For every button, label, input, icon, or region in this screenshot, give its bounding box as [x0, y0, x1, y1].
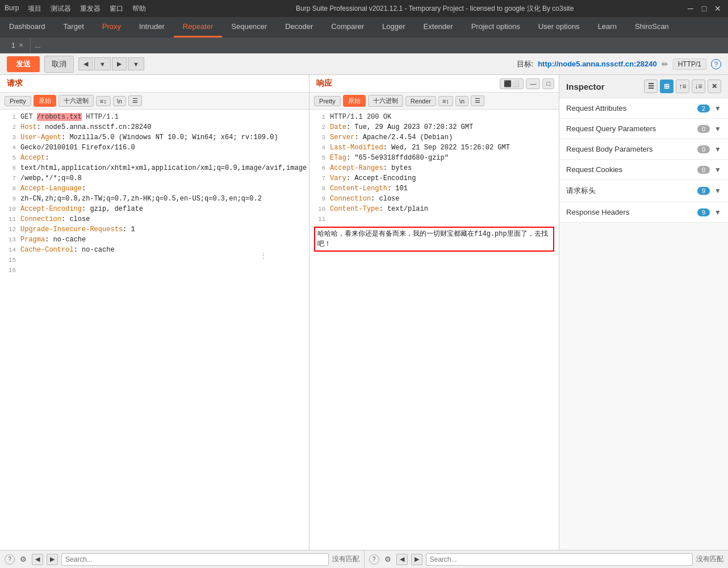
prev-button[interactable]: ◀: [78, 57, 93, 70]
response-raw-btn[interactable]: 原始: [343, 95, 366, 107]
forward-down-button[interactable]: ▼: [128, 57, 144, 70]
response-hex-btn[interactable]: 十六进制: [368, 95, 403, 107]
help-icon[interactable]: ?: [711, 59, 721, 69]
menu-help[interactable]: 帮助: [132, 4, 146, 14]
nav-repeater[interactable]: Repeater: [174, 17, 222, 37]
response-highlighted-line: 哈哈哈，看来你还是有备而来，我的一切财宝都藏在f14g.php里面了，去找吧！: [309, 224, 559, 254]
request-decode-btn[interactable]: ≡↕: [96, 96, 111, 106]
http-version-badge[interactable]: HTTP/1: [673, 59, 706, 70]
inspector-sort-asc-btn[interactable]: ↑≡: [676, 80, 689, 93]
response-menu-btn[interactable]: ☰: [471, 95, 484, 106]
inspector-row-count-2: 0: [697, 145, 710, 153]
layout-full-btn[interactable]: □: [542, 78, 554, 89]
inspector-sort-desc-btn[interactable]: ↓≡: [692, 80, 705, 93]
response-line-8: 8 Content-Length: 101: [309, 183, 559, 194]
request-search-input[interactable]: [61, 553, 329, 566]
inspector-row-arrow-4: ▼: [714, 187, 721, 195]
request-hex-btn[interactable]: 十六进制: [58, 95, 94, 107]
inspector-rows: Request Attributes2▼Request Query Parame…: [559, 98, 728, 223]
inspector-list-view-btn[interactable]: ☰: [644, 80, 658, 93]
response-decode-btn[interactable]: ≡↕: [438, 96, 453, 106]
nav-arrows: ◀ ▼ ▶ ▼: [78, 57, 144, 70]
response-render-btn[interactable]: Render: [405, 96, 436, 106]
request-raw-btn[interactable]: 原始: [34, 95, 56, 107]
response-line-5: 5 ETag: "65-5e9318ffdd680-gzip": [309, 153, 559, 163]
request-panel-toolbar: Pretty 原始 十六进制 ≡↕ \n ☰: [0, 93, 309, 110]
inspector-row-0[interactable]: Request Attributes2▼: [559, 98, 728, 119]
request-search-prev-btn[interactable]: ◀: [32, 554, 43, 565]
maximize-button[interactable]: □: [700, 4, 709, 13]
nav-logger[interactable]: Logger: [373, 17, 414, 37]
nav-proxy[interactable]: Proxy: [93, 17, 130, 37]
forward-button[interactable]: ▶: [112, 57, 127, 70]
nav-decoder[interactable]: Decoder: [276, 17, 322, 37]
inspector-row-3[interactable]: Request Cookies0▼: [559, 160, 728, 180]
response-line-7: 7 Vary: Accept-Encoding: [309, 173, 559, 183]
inspector-row-1[interactable]: Request Query Parameters0▼: [559, 119, 728, 139]
nav-learn[interactable]: Learn: [589, 17, 626, 37]
response-wrap-btn[interactable]: \n: [455, 96, 468, 106]
close-button[interactable]: ✕: [713, 4, 722, 13]
inspector-title: Inspector: [566, 82, 605, 91]
response-search-gear-icon[interactable]: ⚙: [383, 554, 393, 565]
response-search-input[interactable]: [426, 553, 693, 566]
layout-split-btn[interactable]: ⬛⬜: [500, 78, 524, 89]
nav-shiroscan[interactable]: ShiroScan: [626, 17, 678, 37]
inspector-row-label-4: 请求标头: [566, 186, 697, 196]
inspector-row-2[interactable]: Request Body Parameters0▼: [559, 139, 728, 160]
send-button[interactable]: 发送: [7, 56, 40, 72]
inspector-row-label-2: Request Body Parameters: [566, 145, 697, 153]
request-pretty-btn[interactable]: Pretty: [5, 96, 31, 106]
response-pretty-btn[interactable]: Pretty: [314, 96, 341, 106]
tabs-row: 1 ✕ ...: [0, 37, 728, 53]
menu-project[interactable]: 项目: [28, 4, 41, 14]
minimize-button[interactable]: ─: [686, 4, 695, 13]
nav-sequencer[interactable]: Sequencer: [222, 17, 276, 37]
inspector-row-label-5: Response Headers: [566, 208, 697, 216]
menu-burp[interactable]: Burp: [5, 4, 19, 14]
window-controls[interactable]: ─ □ ✕: [686, 4, 722, 13]
inspector-row-label-1: Request Query Parameters: [566, 124, 697, 133]
response-line-2: 2 Date: Tue, 29 Aug 2023 07:20:32 GMT: [309, 122, 559, 132]
inspector-close-btn[interactable]: ✕: [708, 80, 721, 93]
nav-extender[interactable]: Extender: [415, 17, 462, 37]
nav-comparer[interactable]: Comparer: [322, 17, 373, 37]
edit-target-icon[interactable]: ✏: [662, 60, 668, 69]
inspector-row-label-3: Request Cookies: [566, 165, 697, 174]
menu-bar[interactable]: Burp 项目 测试器 重发器 窗口 帮助: [5, 4, 146, 14]
cancel-button[interactable]: 取消: [44, 56, 74, 73]
response-search-help-icon[interactable]: ?: [369, 554, 379, 565]
nav-target[interactable]: Target: [55, 17, 93, 37]
nav-intruder[interactable]: Intruder: [130, 17, 174, 37]
tab-1[interactable]: 1 ✕: [5, 37, 31, 53]
titlebar: Burp 项目 测试器 重发器 窗口 帮助 Burp Suite Profess…: [0, 0, 728, 17]
response-search-next-btn[interactable]: ▶: [411, 554, 422, 565]
tab-more[interactable]: ...: [31, 40, 45, 51]
nav-project-options[interactable]: Project options: [462, 17, 529, 37]
inspector-panel: Inspector ☰ ⊞ ↑≡ ↓≡ ✕ Request Attributes…: [559, 75, 728, 550]
request-search-gear-icon[interactable]: ⚙: [18, 554, 28, 565]
menu-resender[interactable]: 重发器: [80, 4, 101, 14]
response-search-prev-btn[interactable]: ◀: [396, 554, 408, 565]
layout-top-btn[interactable]: —: [526, 78, 540, 89]
response-line-4: 4 Last-Modified: Wed, 21 Sep 2022 15:26:…: [309, 143, 559, 153]
inspector-grid-view-btn[interactable]: ⊞: [660, 80, 673, 93]
response-no-match-label: 没有匹配: [696, 554, 723, 564]
request-menu-btn[interactable]: ☰: [128, 95, 142, 106]
menu-window[interactable]: 窗口: [110, 4, 123, 14]
response-line-1: 1 HTTP/1.1 200 OK: [309, 112, 559, 122]
tab-close-icon[interactable]: ✕: [19, 42, 23, 48]
nav-dashboard[interactable]: Dashboard: [0, 17, 55, 37]
nav-user-options[interactable]: User options: [529, 17, 589, 37]
request-drag-handle[interactable]: ⋮: [257, 251, 270, 260]
request-search-next-btn[interactable]: ▶: [47, 554, 58, 565]
next-button[interactable]: ▼: [94, 57, 111, 70]
request-search-help-icon[interactable]: ?: [5, 554, 15, 565]
response-line-3: 3 Server: Apache/2.4.54 (Debian): [309, 132, 559, 143]
inspector-header: Inspector ☰ ⊞ ↑≡ ↓≡ ✕: [559, 75, 728, 98]
menu-tester[interactable]: 测试器: [51, 4, 71, 14]
response-code-area[interactable]: 1 HTTP/1.1 200 OK 2 Date: Tue, 29 Aug 20…: [309, 110, 559, 550]
inspector-row-4[interactable]: 请求标头9▼: [559, 180, 728, 202]
inspector-row-5[interactable]: Response Headers9▼: [559, 202, 728, 223]
request-wrap-btn[interactable]: \n: [113, 96, 126, 106]
